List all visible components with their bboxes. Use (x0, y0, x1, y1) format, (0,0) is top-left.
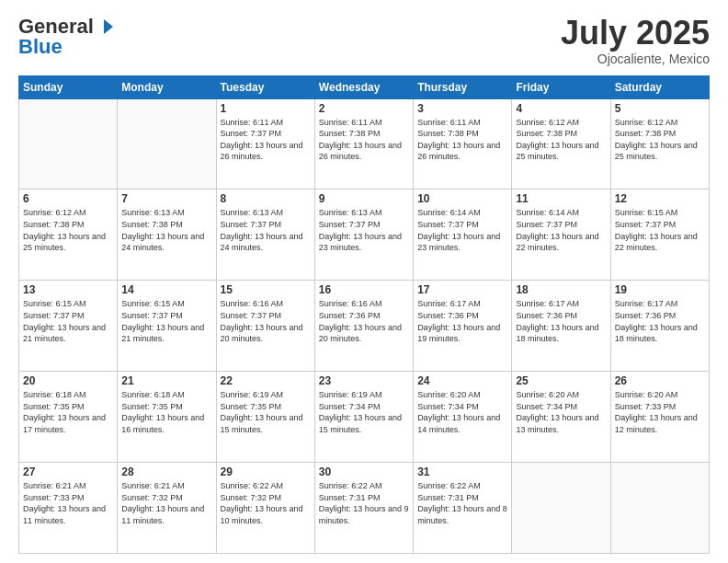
day-info: Sunrise: 6:16 AMSunset: 7:36 PMDaylight:… (319, 298, 409, 344)
subtitle: Ojocaliente, Mexico (561, 52, 710, 66)
day-number: 17 (417, 283, 507, 296)
day-number: 29 (221, 465, 311, 478)
calendar-cell: 4Sunrise: 6:12 AMSunset: 7:38 PMDaylight… (512, 98, 610, 190)
header: General Blue July 2025 Ojocaliente, Mexi… (18, 15, 710, 66)
day-info: Sunrise: 6:14 AMSunset: 7:37 PMDaylight:… (417, 207, 507, 253)
calendar-week-4: 20Sunrise: 6:18 AMSunset: 7:35 PMDayligh… (19, 372, 710, 463)
calendar-table: Sunday Monday Tuesday Wednesday Thursday… (18, 75, 710, 554)
calendar-cell: 22Sunrise: 6:19 AMSunset: 7:35 PMDayligh… (216, 372, 314, 463)
day-info: Sunrise: 6:17 AMSunset: 7:36 PMDaylight:… (615, 298, 705, 344)
day-number: 21 (121, 374, 211, 387)
calendar-cell: 2Sunrise: 6:11 AMSunset: 7:38 PMDaylight… (314, 98, 413, 190)
calendar-cell: 1Sunrise: 6:11 AMSunset: 7:37 PMDaylight… (216, 98, 314, 190)
calendar-cell: 8Sunrise: 6:13 AMSunset: 7:37 PMDaylight… (216, 190, 314, 281)
day-info: Sunrise: 6:22 AMSunset: 7:32 PMDaylight:… (221, 480, 311, 526)
calendar-week-5: 27Sunrise: 6:21 AMSunset: 7:33 PMDayligh… (19, 463, 710, 554)
day-number: 1 (221, 102, 311, 115)
day-info: Sunrise: 6:13 AMSunset: 7:37 PMDaylight:… (319, 207, 409, 253)
day-number: 25 (516, 374, 606, 387)
calendar-cell (512, 463, 610, 554)
calendar-cell: 28Sunrise: 6:21 AMSunset: 7:32 PMDayligh… (118, 463, 216, 554)
day-number: 23 (319, 374, 409, 387)
col-saturday: Saturday (610, 75, 709, 98)
day-info: Sunrise: 6:19 AMSunset: 7:35 PMDaylight:… (221, 389, 311, 435)
day-info: Sunrise: 6:14 AMSunset: 7:37 PMDaylight:… (516, 207, 606, 253)
calendar-cell: 31Sunrise: 6:22 AMSunset: 7:31 PMDayligh… (414, 463, 512, 554)
logo-icon (95, 17, 113, 36)
day-number: 4 (516, 102, 606, 115)
day-info: Sunrise: 6:15 AMSunset: 7:37 PMDaylight:… (121, 298, 211, 344)
day-info: Sunrise: 6:15 AMSunset: 7:37 PMDaylight:… (23, 298, 113, 344)
day-number: 27 (23, 465, 113, 478)
calendar-cell: 23Sunrise: 6:19 AMSunset: 7:34 PMDayligh… (314, 372, 413, 463)
day-number: 7 (121, 192, 211, 205)
day-info: Sunrise: 6:20 AMSunset: 7:33 PMDaylight:… (615, 389, 705, 435)
col-sunday: Sunday (19, 75, 118, 98)
calendar-cell: 21Sunrise: 6:18 AMSunset: 7:35 PMDayligh… (118, 372, 216, 463)
calendar-cell: 10Sunrise: 6:14 AMSunset: 7:37 PMDayligh… (414, 190, 512, 281)
day-number: 30 (319, 465, 409, 478)
day-number: 12 (615, 192, 705, 205)
day-number: 8 (221, 192, 311, 205)
day-number: 15 (221, 283, 311, 296)
calendar-cell: 27Sunrise: 6:21 AMSunset: 7:33 PMDayligh… (19, 463, 118, 554)
day-info: Sunrise: 6:17 AMSunset: 7:36 PMDaylight:… (516, 298, 606, 344)
calendar-cell (19, 98, 118, 190)
day-number: 5 (615, 102, 705, 115)
calendar-cell: 15Sunrise: 6:16 AMSunset: 7:37 PMDayligh… (216, 281, 314, 372)
day-info: Sunrise: 6:22 AMSunset: 7:31 PMDaylight:… (417, 480, 507, 526)
day-number: 2 (319, 102, 409, 115)
calendar-week-2: 6Sunrise: 6:12 AMSunset: 7:38 PMDaylight… (19, 190, 710, 281)
calendar-cell (118, 98, 216, 190)
calendar-cell: 17Sunrise: 6:17 AMSunset: 7:36 PMDayligh… (414, 281, 512, 372)
calendar-cell: 14Sunrise: 6:15 AMSunset: 7:37 PMDayligh… (118, 281, 216, 372)
col-wednesday: Wednesday (314, 75, 413, 98)
calendar-cell (610, 463, 709, 554)
day-number: 10 (417, 192, 507, 205)
calendar-cell: 13Sunrise: 6:15 AMSunset: 7:37 PMDayligh… (19, 281, 118, 372)
day-info: Sunrise: 6:20 AMSunset: 7:34 PMDaylight:… (417, 389, 507, 435)
calendar-cell: 26Sunrise: 6:20 AMSunset: 7:33 PMDayligh… (610, 372, 709, 463)
day-info: Sunrise: 6:19 AMSunset: 7:34 PMDaylight:… (319, 389, 409, 435)
day-number: 26 (615, 374, 705, 387)
col-tuesday: Tuesday (216, 75, 314, 98)
calendar-cell: 18Sunrise: 6:17 AMSunset: 7:36 PMDayligh… (512, 281, 610, 372)
calendar-cell: 16Sunrise: 6:16 AMSunset: 7:36 PMDayligh… (314, 281, 413, 372)
day-info: Sunrise: 6:12 AMSunset: 7:38 PMDaylight:… (516, 117, 606, 163)
day-info: Sunrise: 6:11 AMSunset: 7:38 PMDaylight:… (319, 117, 409, 163)
day-number: 13 (23, 283, 113, 296)
calendar-header-row: Sunday Monday Tuesday Wednesday Thursday… (19, 75, 710, 98)
col-friday: Friday (512, 75, 610, 98)
day-info: Sunrise: 6:13 AMSunset: 7:37 PMDaylight:… (221, 207, 311, 253)
day-info: Sunrise: 6:20 AMSunset: 7:34 PMDaylight:… (516, 389, 606, 435)
main-title: July 2025 (561, 15, 710, 52)
calendar-cell: 24Sunrise: 6:20 AMSunset: 7:34 PMDayligh… (414, 372, 512, 463)
calendar-cell: 30Sunrise: 6:22 AMSunset: 7:31 PMDayligh… (314, 463, 413, 554)
calendar-cell: 29Sunrise: 6:22 AMSunset: 7:32 PMDayligh… (216, 463, 314, 554)
day-number: 24 (417, 374, 507, 387)
calendar-cell: 25Sunrise: 6:20 AMSunset: 7:34 PMDayligh… (512, 372, 610, 463)
day-number: 18 (516, 283, 606, 296)
title-block: July 2025 Ojocaliente, Mexico (561, 15, 710, 66)
calendar-week-1: 1Sunrise: 6:11 AMSunset: 7:37 PMDaylight… (19, 98, 710, 190)
col-monday: Monday (118, 75, 216, 98)
calendar-cell: 6Sunrise: 6:12 AMSunset: 7:38 PMDaylight… (19, 190, 118, 281)
day-info: Sunrise: 6:16 AMSunset: 7:37 PMDaylight:… (221, 298, 311, 344)
day-info: Sunrise: 6:12 AMSunset: 7:38 PMDaylight:… (23, 207, 113, 253)
logo: General Blue (18, 15, 114, 59)
day-info: Sunrise: 6:13 AMSunset: 7:38 PMDaylight:… (121, 207, 211, 253)
calendar-cell: 20Sunrise: 6:18 AMSunset: 7:35 PMDayligh… (19, 372, 118, 463)
calendar-cell: 3Sunrise: 6:11 AMSunset: 7:38 PMDaylight… (414, 98, 512, 190)
day-number: 3 (417, 102, 507, 115)
day-number: 16 (319, 283, 409, 296)
calendar-cell: 12Sunrise: 6:15 AMSunset: 7:37 PMDayligh… (610, 190, 709, 281)
day-info: Sunrise: 6:12 AMSunset: 7:38 PMDaylight:… (615, 117, 705, 163)
day-number: 19 (615, 283, 705, 296)
calendar-week-3: 13Sunrise: 6:15 AMSunset: 7:37 PMDayligh… (19, 281, 710, 372)
day-info: Sunrise: 6:18 AMSunset: 7:35 PMDaylight:… (23, 389, 113, 435)
day-number: 9 (319, 192, 409, 205)
day-number: 20 (23, 374, 113, 387)
day-number: 11 (516, 192, 606, 205)
svg-marker-0 (104, 19, 113, 34)
day-info: Sunrise: 6:18 AMSunset: 7:35 PMDaylight:… (121, 389, 211, 435)
